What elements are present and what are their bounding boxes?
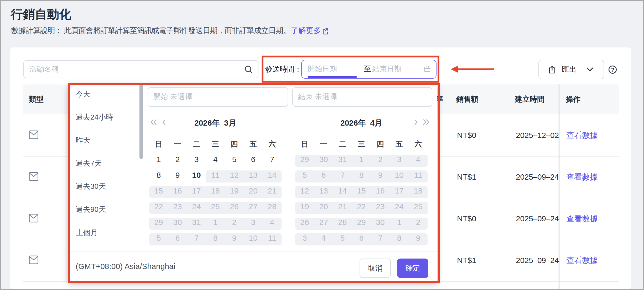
svg-text:?: ?	[611, 67, 614, 73]
